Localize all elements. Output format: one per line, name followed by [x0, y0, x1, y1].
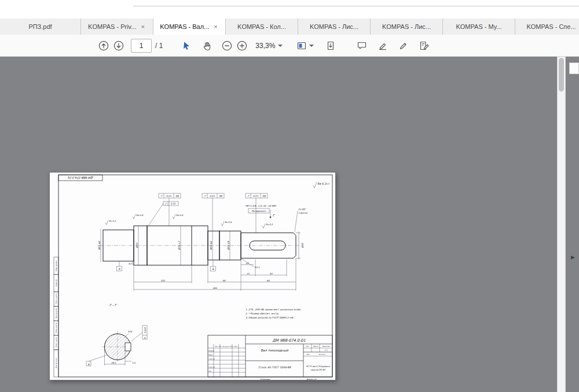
drawing-frame: ДМ 9ВВ-074.0.01 — [58, 175, 332, 377]
comment-tool-button[interactable] — [354, 38, 369, 53]
chamfer-note: 2×45° 2 фаски — [295, 208, 308, 232]
svg-text:Лит.: Лит. — [306, 346, 309, 347]
svg-text:Ra 0,8: Ra 0,8 — [225, 221, 232, 224]
zoom-in-icon — [236, 40, 248, 52]
svg-text:Ra 0,8: Ra 0,8 — [136, 214, 144, 217]
svg-text:5,5: 5,5 — [132, 361, 136, 364]
svg-text:50: 50 — [270, 272, 273, 275]
tab-label: KOMPAS - Лис... — [310, 23, 358, 30]
svg-text:Инв. № дубл.: Инв. № дубл. — [55, 308, 57, 318]
svg-text:Г: Г — [273, 214, 276, 217]
highlight-tool-button[interactable] — [375, 38, 390, 53]
tab-label: KOMPAS - Вал... — [160, 23, 209, 30]
vertical-scrollbar[interactable] — [557, 57, 566, 392]
tab-label: KOMPAS - My... — [456, 23, 501, 30]
svg-text:АБ: АБ — [175, 195, 179, 197]
zoom-out-icon — [221, 40, 233, 52]
zoom-level-value: 33,3% — [255, 42, 275, 50]
part-material: Сталь 45 ГОСТ 1050-88 — [258, 366, 291, 369]
sign-tool-button[interactable] — [396, 38, 411, 53]
svg-text:Ra 0,8: Ra 0,8 — [176, 214, 184, 217]
svg-text:Ø70 u7: Ø70 u7 — [178, 240, 181, 250]
svg-text:Т.контр.: Т.контр. — [208, 358, 215, 360]
titlebar-divider — [133, 6, 579, 6]
pdf-page[interactable]: ДМ 9ВВ-074.0.01 Перв. примен. Справ. № П… — [49, 172, 336, 380]
svg-text:○: ○ — [164, 202, 167, 205]
svg-text:А: А — [118, 268, 120, 270]
fill-and-sign-icon — [419, 40, 430, 52]
svg-text:Масса: Масса — [313, 346, 318, 347]
general-roughness-mark: Ra 6,3 (√) — [313, 182, 329, 188]
svg-text:Перв. примен.: Перв. примен. — [56, 260, 57, 272]
page-up-button[interactable] — [96, 38, 111, 53]
tab-label: РПЗ.pdf — [28, 23, 52, 30]
tab-label: KOMPAS - Лис... — [382, 23, 431, 30]
svg-text:Подп. и дата: Подп. и дата — [56, 337, 57, 347]
window-titlebar — [0, 0, 579, 19]
heat-treatment-note: ТВЧ h 0,8...1,0; 40...50 HRC Полировать … — [245, 204, 277, 219]
svg-text:22: 22 — [246, 262, 249, 265]
svg-text:1:1: 1:1 — [324, 349, 327, 351]
svg-text:Полировать: Полировать — [251, 210, 266, 213]
svg-text:Б: Б — [212, 268, 214, 270]
tab-kompas-priv[interactable]: KOMPAS - Priv...× — [81, 19, 153, 35]
svg-text:Ø55 k6: Ø55 k6 — [98, 241, 101, 250]
svg-text:1. 270...295 НВ, кроме мест ук: 1. 270...295 НВ, кроме мест указанных ос… — [245, 308, 301, 311]
tab-kompas-val-active[interactable]: KOMPAS - Вал...× — [153, 19, 226, 35]
svg-text:Подп. и дата: Подп. и дата — [56, 294, 57, 304]
scrollbar-thumb[interactable] — [559, 58, 564, 91]
svg-text:Г - Г: Г - Г — [109, 303, 118, 307]
expand-tools-panel-button[interactable]: ► — [570, 254, 576, 261]
svg-text:Инв. № подл.: Инв. № подл. — [56, 358, 57, 368]
zoom-level-dropdown[interactable]: 33,3% — [253, 40, 285, 52]
page-number-input[interactable] — [131, 39, 152, 53]
tab-label: KOMPAS - Priv... — [88, 23, 136, 30]
hand-tool-button[interactable] — [200, 38, 215, 53]
cursor-icon — [181, 40, 192, 52]
corner-stamp-label: ДМ 9ВВ-074.0.01 — [68, 176, 93, 179]
svg-text:В: В — [88, 363, 90, 366]
fill-sign-button[interactable] — [417, 38, 432, 53]
zoom-out-button[interactable] — [219, 38, 234, 53]
tab-kompas-lis-2[interactable]: KOMPAS - Лис... — [371, 19, 443, 35]
arrow-up-circle-icon — [98, 40, 109, 52]
svg-text:0,020: 0,020 — [144, 327, 146, 334]
zoom-in-button[interactable] — [234, 38, 250, 53]
svg-text:группа ЭЗ-63: группа ЭЗ-63 — [310, 369, 325, 371]
fillet-radii: R2,5 R2,5 — [129, 259, 260, 269]
svg-text:АБ: АБ — [219, 195, 222, 197]
page-display-dropdown[interactable] — [294, 38, 309, 53]
diameter-dimensions: Ø55 k6 Ø70 Ø70 u7 Ø50 k6 Ø50 d9 Ø45 — [98, 226, 304, 265]
scroll-mode-button[interactable] — [323, 38, 338, 53]
document-tabbar: РПЗ.pdf KOMPAS - Priv...× KOMPAS - Вал..… — [0, 19, 579, 35]
tab-label: KOMPAS - Кол... — [237, 23, 286, 30]
svg-text:0,01: 0,01 — [171, 202, 176, 205]
tab-close-icon[interactable]: × — [212, 24, 218, 30]
svg-text:Ø45: Ø45 — [301, 243, 304, 248]
svg-text:ТВЧ h 0,8...1,0; 40...50 HRC: ТВЧ h 0,8...1,0; 40...50 HRC — [245, 204, 277, 207]
select-tool-button[interactable] — [179, 38, 194, 53]
section-view: Г - Г R24 39,5 5,5 0,020 Б В — [86, 303, 147, 366]
tab-kompas-spe[interactable]: KOMPAS - Спе... — [515, 19, 579, 35]
svg-text:↗: ↗ — [204, 195, 206, 197]
display-settings-icon — [296, 40, 307, 52]
svg-text:↗: ↗ — [247, 195, 250, 197]
page-count-label: / 1 — [155, 42, 163, 50]
pen-nib-icon — [398, 40, 409, 52]
svg-text:Взам. инв. №: Взам. инв. № — [56, 323, 57, 333]
title-block: ДМ 9ВВ-074.0.01 Вал тихоходный Сталь 45 … — [208, 335, 332, 380]
tab-close-icon[interactable]: × — [140, 24, 145, 30]
main-toolbar: / 1 33,3% — [0, 35, 579, 57]
tab-kompas-mu[interactable]: KOMPAS - My... — [443, 19, 515, 35]
svg-text:68: 68 — [267, 279, 270, 282]
svg-text:0,01: 0,01 — [253, 195, 258, 197]
svg-text:Ra 6,3: Ra 6,3 — [317, 182, 327, 185]
tab-kompas-kol[interactable]: KOMPAS - Кол... — [226, 19, 298, 35]
svg-text:Б: Б — [144, 336, 146, 339]
tab-rpz-pdf[interactable]: РПЗ.pdf — [0, 19, 81, 35]
comment-bubble-icon — [356, 40, 368, 52]
page-down-button[interactable] — [111, 38, 126, 53]
tab-kompas-lis-1[interactable]: KOMPAS - Лис... — [298, 19, 371, 35]
pane-handle[interactable] — [569, 63, 579, 74]
svg-text:39,5: 39,5 — [111, 361, 116, 364]
